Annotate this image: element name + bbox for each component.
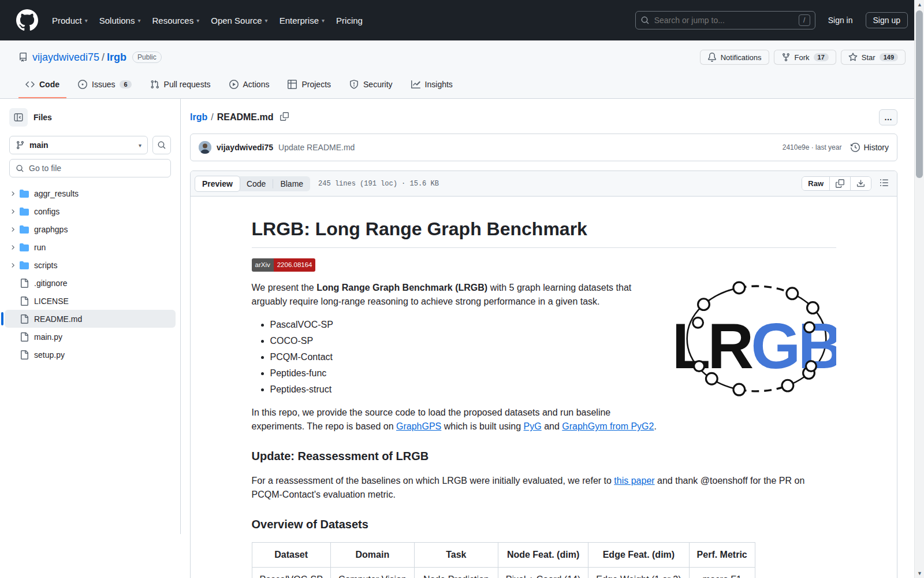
outline-button[interactable] <box>876 176 892 191</box>
chevron-right-icon[interactable] <box>9 208 20 215</box>
repo-owner-link[interactable]: vijaydwivedi75 <box>32 51 99 63</box>
avatar[interactable] <box>199 141 211 154</box>
tree-item-folder[interactable]: configs <box>5 202 176 220</box>
chevron-down-icon: ▾ <box>85 17 88 24</box>
fork-button[interactable]: Fork 17 <box>774 50 836 65</box>
repo-title: vijaydwivedi75/lrgb <box>32 51 126 64</box>
intro-paragraph: LRGB We pres <box>252 281 836 309</box>
chevron-right-icon[interactable] <box>9 244 20 251</box>
raw-button-group: Raw <box>802 176 871 191</box>
tab-preview[interactable]: Preview <box>195 176 240 192</box>
nav-item-solutions[interactable]: Solutions▾ <box>94 11 147 30</box>
tab-insights[interactable]: Insights <box>404 72 460 98</box>
nav-item-enterprise[interactable]: Enterprise▾ <box>274 11 330 30</box>
tab-issues[interactable]: Issues 6 <box>71 72 139 98</box>
scrollbar-thumb[interactable] <box>916 10 923 178</box>
tab-projects[interactable]: Projects <box>281 72 338 98</box>
tree-item-file[interactable]: setup.py <box>5 346 176 364</box>
file-tree: aggr_results configs graphgps run script <box>5 184 176 364</box>
nav-item-label: Solutions <box>99 16 135 25</box>
branch-selector[interactable]: main ▾ <box>9 136 148 154</box>
repo-name-link[interactable]: lrgb <box>107 51 126 63</box>
tab-blame[interactable]: Blame <box>273 176 310 191</box>
nav-item-product[interactable]: Product▾ <box>46 11 94 30</box>
graphgps-link[interactable]: GraphGPS <box>396 421 441 431</box>
chevron-right-icon[interactable] <box>9 262 20 269</box>
column-header: Perf. Metric <box>689 543 755 568</box>
code-icon <box>25 80 35 89</box>
chevron-down-icon: ▾ <box>265 17 268 24</box>
tree-item-label: LICENSE <box>34 297 69 306</box>
tab-actions[interactable]: Actions <box>222 72 277 98</box>
tree-item-folder[interactable]: scripts <box>5 256 176 274</box>
graphgym-link[interactable]: GraphGym from PyG2 <box>562 421 654 431</box>
raw-button[interactable]: Raw <box>802 177 829 190</box>
tab-pull-requests[interactable]: Pull requests <box>143 72 218 98</box>
tree-search-button[interactable] <box>152 136 171 154</box>
sign-in-link[interactable]: Sign in <box>824 12 858 28</box>
breadcrumb-separator: / <box>211 112 213 123</box>
table-cell: Computer Vision <box>330 568 414 578</box>
current-branch: main <box>29 140 49 150</box>
repo-header: vijaydwivedi75/lrgb Public Notifications… <box>0 40 924 99</box>
arxiv-badge[interactable]: arXiv 2206.08164 <box>252 258 316 272</box>
chevron-right-icon[interactable] <box>9 190 20 197</box>
nav-item-pricing[interactable]: Pricing <box>330 11 368 30</box>
commit-hash-date[interactable]: 2410e9e · last year <box>783 143 842 151</box>
pyg-link[interactable]: PyG <box>524 421 542 431</box>
copy-icon <box>280 112 289 121</box>
go-to-file-box[interactable] <box>9 159 171 177</box>
copy-raw-button[interactable] <box>829 177 850 190</box>
fork-icon <box>781 53 791 62</box>
go-to-file-input[interactable] <box>29 164 165 173</box>
scroll-down-arrow[interactable]: ▼ <box>915 569 924 578</box>
global-search-box[interactable]: / <box>635 11 815 29</box>
sign-up-button[interactable]: Sign up <box>866 12 908 28</box>
paragraph-text: which is built using <box>441 421 523 431</box>
this-paper-link[interactable]: this paper <box>614 476 654 486</box>
issues-count: 6 <box>120 80 131 88</box>
page-scrollbar[interactable]: ▲ ▼ <box>914 0 924 578</box>
repo-paragraph: In this repo, we provide the source code… <box>252 406 836 433</box>
repo-title-separator: / <box>102 51 105 63</box>
download-raw-button[interactable] <box>850 177 871 190</box>
history-link[interactable]: History <box>851 143 889 152</box>
column-header: Node Feat. (dim) <box>498 543 588 568</box>
tree-item-folder[interactable]: aggr_results <box>5 184 176 202</box>
folder-icon <box>20 189 29 198</box>
tree-item-file[interactable]: LICENSE <box>5 292 176 310</box>
global-search-input[interactable] <box>654 16 794 25</box>
notifications-button[interactable]: Notifications <box>700 50 769 65</box>
arxiv-badge-label: arXiv <box>252 258 274 272</box>
commit-author-link[interactable]: vijaydwivedi75 <box>217 143 273 152</box>
more-options-button[interactable]: … <box>879 109 897 125</box>
tab-code-view[interactable]: Code <box>240 176 273 191</box>
nav-item-resources[interactable]: Resources▾ <box>146 11 205 30</box>
scroll-up-arrow[interactable]: ▲ <box>915 0 924 9</box>
search-icon <box>157 140 166 150</box>
readme-title: LRGB: Long Range Graph Benchmark <box>252 215 836 248</box>
table-cell: Edge Weight (1 or 2) <box>588 568 689 578</box>
notifications-label: Notifications <box>721 53 762 62</box>
history-label: History <box>863 143 889 152</box>
file-tree-sidebar: Files main ▾ aggr_results <box>0 99 181 534</box>
chevron-right-icon[interactable] <box>9 226 20 233</box>
breadcrumb-repo-link[interactable]: lrgb <box>190 112 207 123</box>
tab-security[interactable]: Security <box>342 72 400 98</box>
tree-item-file[interactable]: main.py <box>5 328 176 346</box>
update-heading: Update: Reassessment of LRGB <box>252 447 836 465</box>
tree-item-folder[interactable]: graphgps <box>5 220 176 238</box>
tree-item-file-selected[interactable]: README.md <box>5 310 176 328</box>
paragraph-text: . <box>654 421 656 431</box>
tree-item-folder[interactable]: run <box>5 238 176 256</box>
tab-code[interactable]: Code <box>18 72 66 98</box>
copy-path-button[interactable] <box>278 110 291 125</box>
github-logo-icon[interactable] <box>16 9 38 31</box>
git-branch-icon <box>16 140 25 150</box>
main-nav: Product▾ Solutions▾ Resources▾ Open Sour… <box>46 11 368 30</box>
star-button[interactable]: Star 149 <box>841 50 906 65</box>
commit-message-link[interactable]: Update README.md <box>278 143 355 152</box>
nav-item-open-source[interactable]: Open Source▾ <box>205 11 273 30</box>
tree-item-file[interactable]: .gitignore <box>5 274 176 292</box>
collapse-sidebar-button[interactable] <box>9 108 28 127</box>
